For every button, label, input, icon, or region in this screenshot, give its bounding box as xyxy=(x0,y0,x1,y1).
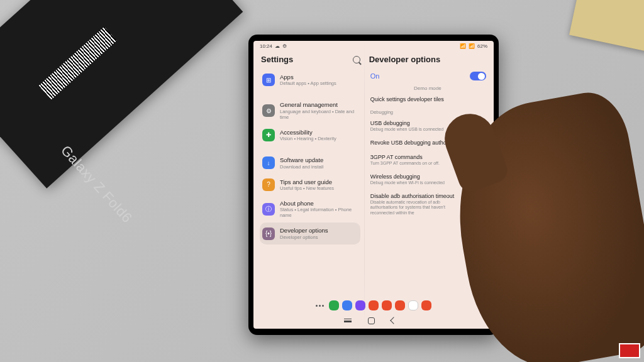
settings-item-icon: ? xyxy=(262,178,275,191)
dev-item-demo-mode-partial[interactable]: Demo mode xyxy=(368,85,487,92)
settings-item-icon: ⊞ xyxy=(262,74,275,86)
dev-item-title: Disable adb authorisation timeout xyxy=(370,193,465,200)
dock-app-0[interactable] xyxy=(329,300,339,310)
nav-home-button[interactable] xyxy=(368,317,375,324)
search-icon[interactable] xyxy=(353,56,360,63)
settings-item-subtitle: Download and install xyxy=(280,164,358,170)
dev-item-subtitle: Turn 3GPP AT commands on or off. xyxy=(370,161,465,166)
app-drawer-icon[interactable] xyxy=(316,305,324,307)
settings-item-general-management[interactable]: ⚙General managementLanguage and keyboard… xyxy=(260,97,360,124)
settings-item-developer-options[interactable]: {•}Developer optionsDeveloper options xyxy=(260,222,360,244)
settings-item-subtitle: Language and keyboard • Date and time xyxy=(280,109,358,120)
settings-item-subtitle: Status • Legal information • Phone name xyxy=(280,207,358,218)
settings-item-subtitle: Default apps • App settings xyxy=(280,80,358,86)
product-box-brand: Galaxy Z Fold6 xyxy=(57,143,135,226)
dev-options-title: Developer options xyxy=(369,55,440,64)
settings-item-title: Accessibility xyxy=(280,129,358,136)
settings-item-title: Software update xyxy=(280,156,358,163)
status-bar: 10:24 ☁ ⚙ 📶 📶 62% xyxy=(253,41,494,51)
dock-app-7[interactable] xyxy=(421,300,431,310)
device-screen: 10:24 ☁ ⚙ 📶 📶 62% Settings ⊞AppsDefault … xyxy=(253,41,494,329)
signal-icon: 📶 xyxy=(469,43,475,49)
settings-item-icon: ⓘ xyxy=(262,203,275,216)
dock-app-5[interactable] xyxy=(395,300,405,310)
settings-item-icon: ✚ xyxy=(262,129,275,141)
wifi-icon: 📶 xyxy=(460,43,466,49)
navigation-bar xyxy=(253,312,494,329)
nav-back-button[interactable] xyxy=(390,317,397,324)
settings-item-title: Tips and user guide xyxy=(280,178,358,185)
dock-app-3[interactable] xyxy=(369,300,379,310)
wood-block xyxy=(569,0,644,52)
barcode-icon xyxy=(39,26,117,99)
status-battery: 62% xyxy=(477,43,487,49)
settings-item-subtitle: Vision • Hearing • Dexterity xyxy=(280,136,358,141)
settings-item-icon: {•} xyxy=(262,228,275,240)
settings-title: Settings xyxy=(261,55,293,64)
fold-crease xyxy=(364,41,365,329)
dev-item-title: Quick settings developer tiles xyxy=(370,96,485,103)
dev-item-quick-settings-developer-tiles[interactable]: Quick settings developer tiles xyxy=(368,92,487,107)
dev-item-subtitle: Disable automatic revocation of adb auth… xyxy=(370,200,465,216)
settings-item-subtitle: Useful tips • New features xyxy=(280,185,358,191)
dock-app-1[interactable] xyxy=(342,300,352,310)
settings-mini-icon: ⚙ xyxy=(282,43,287,49)
cloud-icon: ☁ xyxy=(275,43,280,49)
dock-app-4[interactable] xyxy=(382,300,392,310)
dev-item-title: Wireless debugging xyxy=(370,173,465,180)
settings-item-apps[interactable]: ⊞AppsDefault apps • App settings xyxy=(260,69,360,90)
settings-item-tips-and-user-guide[interactable]: ?Tips and user guideUseful tips • New fe… xyxy=(260,174,360,195)
settings-item-accessibility[interactable]: ✚AccessibilityVision • Hearing • Dexteri… xyxy=(260,124,360,146)
video-watermark xyxy=(619,343,640,358)
app-dock xyxy=(253,299,494,312)
dev-master-label: On xyxy=(370,72,380,80)
settings-item-software-update[interactable]: ↓Software updateDownload and install xyxy=(260,152,360,173)
dev-item-subtitle: Debug mode when Wi-Fi is connected xyxy=(370,180,465,185)
product-box: Galaxy Z Fold6 xyxy=(0,0,243,189)
settings-panel: Settings ⊞AppsDefault apps • App setting… xyxy=(253,51,364,299)
settings-item-icon: ↓ xyxy=(262,156,275,169)
settings-item-about-phone[interactable]: ⓘAbout phoneStatus • Legal information •… xyxy=(260,195,360,222)
settings-item-subtitle: Developer options xyxy=(280,234,358,240)
dev-master-toggle[interactable] xyxy=(470,72,486,80)
status-time: 10:24 xyxy=(260,43,272,49)
settings-item-title: Apps xyxy=(280,74,358,80)
nav-recent-button[interactable] xyxy=(344,319,352,322)
settings-item-icon: ⚙ xyxy=(262,104,275,117)
dock-app-6[interactable] xyxy=(408,300,418,310)
dev-master-toggle-row[interactable]: On xyxy=(368,69,487,85)
settings-item-title: Developer options xyxy=(280,227,358,234)
settings-item-title: General management xyxy=(280,101,358,108)
settings-item-title: About phone xyxy=(280,200,358,207)
